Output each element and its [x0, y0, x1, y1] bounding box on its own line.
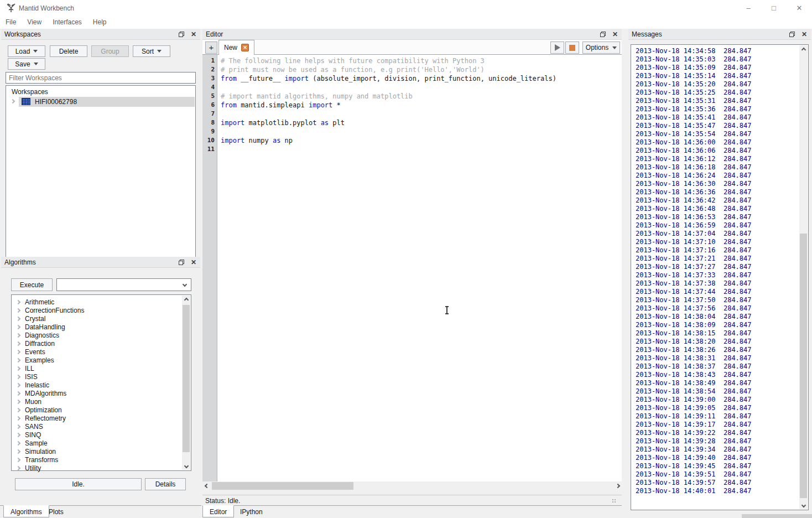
- execute-button[interactable]: Execute: [11, 278, 53, 291]
- close-panel-icon[interactable]: ✕: [189, 30, 198, 39]
- algorithm-category-simulation[interactable]: Simulation: [12, 447, 181, 455]
- float-panel-icon[interactable]: [177, 30, 186, 39]
- close-panel-icon[interactable]: ✕: [611, 30, 620, 39]
- workspaces-panel-titlebar[interactable]: Workspaces ✕: [1, 29, 200, 40]
- menu-file[interactable]: File: [0, 17, 22, 28]
- log-line: 2013-Nov-18 14:35:47 284.847: [636, 122, 798, 130]
- algorithm-category-correctionfunctions[interactable]: CorrectionFunctions: [12, 306, 181, 314]
- expand-chevron-icon[interactable]: [16, 333, 20, 337]
- algorithms-panel-titlebar[interactable]: Algorithms ✕: [1, 257, 200, 268]
- algorithm-category-crystal[interactable]: Crystal: [12, 314, 181, 323]
- group-button[interactable]: Group: [91, 45, 129, 57]
- code-editor[interactable]: 1234567891011 # The following line helps…: [202, 55, 622, 481]
- algorithm-category-diffraction[interactable]: Diffraction: [12, 339, 181, 348]
- minimize-button[interactable]: –: [736, 0, 761, 17]
- algorithm-category-sample[interactable]: Sample: [12, 439, 181, 447]
- expand-chevron-icon[interactable]: [16, 457, 20, 462]
- close-tab-icon[interactable]: ✕: [241, 44, 249, 51]
- algorithm-category-optimization[interactable]: Optimization: [12, 406, 181, 414]
- close-panel-icon[interactable]: ✕: [800, 30, 809, 39]
- expand-chevron-icon[interactable]: [16, 391, 20, 395]
- scroll-down-icon[interactable]: [182, 462, 190, 470]
- float-panel-icon[interactable]: [177, 258, 186, 267]
- tab-plots[interactable]: Plots: [42, 506, 70, 518]
- algorithm-category-events[interactable]: Events: [12, 348, 181, 356]
- load-button[interactable]: Load: [8, 45, 45, 57]
- close-panel-icon[interactable]: ✕: [189, 258, 198, 267]
- menu-interfaces[interactable]: Interfaces: [47, 17, 87, 28]
- message-log[interactable]: 2013-Nov-18 14:34:58 284.8472013-Nov-18 …: [631, 44, 809, 510]
- algorithm-category-sans[interactable]: SANS: [12, 422, 181, 431]
- scroll-left-icon[interactable]: [202, 481, 211, 490]
- algorithm-progress-button[interactable]: Idle.: [15, 478, 142, 490]
- algorithm-category-muon[interactable]: Muon: [12, 397, 181, 406]
- editor-hscrollbar[interactable]: [202, 481, 622, 490]
- resize-grip[interactable]: [612, 499, 617, 504]
- expand-chevron-icon[interactable]: [16, 299, 20, 304]
- expand-chevron-icon[interactable]: [16, 374, 20, 379]
- expand-chevron-icon[interactable]: [16, 324, 20, 329]
- details-button[interactable]: Details: [145, 478, 186, 490]
- expand-chevron-icon[interactable]: [16, 407, 20, 412]
- algorithm-category-ill[interactable]: ILL: [12, 364, 181, 372]
- options-button[interactable]: Options: [582, 42, 620, 54]
- expand-chevron-icon[interactable]: [16, 366, 20, 370]
- scroll-up-icon[interactable]: [799, 45, 808, 54]
- menu-view[interactable]: View: [22, 17, 47, 28]
- new-tab-button[interactable]: +: [205, 42, 217, 54]
- tab-new-script[interactable]: New ✕: [218, 40, 254, 55]
- expand-chevron-icon[interactable]: [16, 441, 20, 445]
- algorithm-category-sinq[interactable]: SINQ: [12, 431, 181, 439]
- expand-chevron-icon[interactable]: [16, 449, 20, 453]
- sort-button[interactable]: Sort: [133, 45, 170, 57]
- scroll-thumb[interactable]: [212, 482, 353, 490]
- delete-button[interactable]: Delete: [50, 45, 87, 57]
- maximize-button[interactable]: □: [761, 0, 787, 17]
- algorithm-category-diagnostics[interactable]: Diagnostics: [12, 331, 181, 339]
- expand-chevron-icon[interactable]: [16, 349, 20, 354]
- expand-chevron-icon[interactable]: [16, 308, 20, 312]
- abort-script-button[interactable]: [565, 42, 579, 54]
- float-panel-icon[interactable]: [598, 30, 607, 39]
- scroll-right-icon[interactable]: [613, 481, 622, 490]
- algorithm-category-transforms[interactable]: Transforms: [12, 455, 181, 464]
- save-button[interactable]: Save: [8, 58, 45, 70]
- tab-editor[interactable]: Editor: [202, 505, 234, 517]
- expand-chevron-icon[interactable]: [16, 465, 20, 470]
- workspace-row[interactable]: HIFI00062798: [6, 97, 195, 107]
- code-text[interactable]: # The following line helps with future c…: [221, 56, 622, 154]
- tab-ipython[interactable]: IPython: [233, 506, 269, 518]
- scroll-thumb[interactable]: [183, 305, 190, 452]
- algorithms-vscrollbar[interactable]: [182, 296, 190, 470]
- workspace-expand-chevron-icon[interactable]: [11, 99, 15, 103]
- messages-vscrollbar[interactable]: [799, 45, 808, 509]
- run-script-button[interactable]: [550, 42, 564, 54]
- expand-chevron-icon[interactable]: [16, 382, 20, 387]
- messages-panel-titlebar[interactable]: Messages ✕: [628, 29, 811, 40]
- algorithm-category-isis[interactable]: ISIS: [12, 372, 181, 381]
- algorithm-category-reflectometry[interactable]: Reflectometry: [12, 414, 181, 422]
- algorithm-category-mdalgorithms[interactable]: MDAlgorithms: [12, 389, 181, 397]
- menu-help[interactable]: Help: [87, 17, 112, 28]
- algorithm-select-combo[interactable]: [56, 278, 191, 291]
- close-button[interactable]: ✕: [787, 0, 812, 17]
- algorithm-category-examples[interactable]: Examples: [12, 356, 181, 364]
- scroll-down-icon[interactable]: [799, 501, 808, 509]
- workspace-name[interactable]: HIFI00062798: [35, 98, 77, 106]
- float-panel-icon[interactable]: [788, 30, 797, 39]
- expand-chevron-icon[interactable]: [16, 358, 20, 362]
- expand-chevron-icon[interactable]: [16, 341, 20, 345]
- algorithm-category-inelastic[interactable]: Inelastic: [12, 381, 181, 389]
- expand-chevron-icon[interactable]: [16, 399, 20, 403]
- filter-workspaces-input[interactable]: [6, 72, 196, 84]
- expand-chevron-icon[interactable]: [16, 424, 20, 428]
- editor-panel-titlebar[interactable]: Editor ✕: [202, 29, 622, 40]
- expand-chevron-icon[interactable]: [16, 316, 20, 320]
- algorithm-category-datahandling[interactable]: DataHandling: [12, 323, 181, 331]
- expand-chevron-icon[interactable]: [16, 416, 20, 420]
- algorithm-category-arithmetic[interactable]: Arithmetic: [12, 298, 181, 306]
- scroll-up-icon[interactable]: [182, 296, 190, 304]
- scroll-thumb[interactable]: [800, 234, 807, 498]
- algorithm-category-utility[interactable]: Utility: [12, 464, 181, 472]
- expand-chevron-icon[interactable]: [16, 432, 20, 437]
